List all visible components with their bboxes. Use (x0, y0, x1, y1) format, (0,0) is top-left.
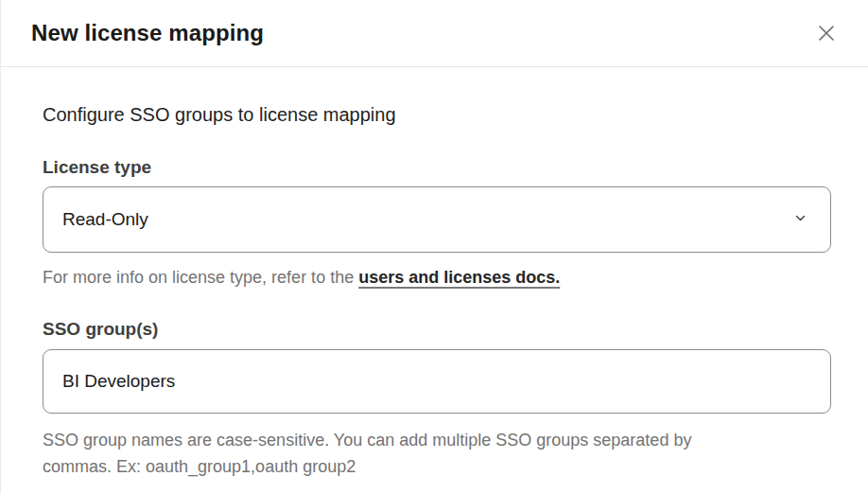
sso-groups-input[interactable] (43, 349, 831, 414)
users-and-licenses-docs-link[interactable]: users and licenses docs. (358, 268, 560, 287)
license-type-select[interactable]: Read-Only (43, 186, 831, 253)
license-helper-text: For more info on license type, refer to … (43, 268, 358, 287)
sso-groups-helper: SSO group names are case-sensitive. You … (43, 427, 752, 480)
new-license-mapping-dialog: New license mapping Configure SSO groups… (0, 0, 868, 494)
form-heading: Configure SSO groups to license mapping (43, 102, 830, 127)
close-button[interactable] (811, 18, 842, 48)
license-type-label: License type (43, 155, 830, 179)
dialog-body: Configure SSO groups to license mapping … (1, 67, 868, 480)
sso-groups-label: SSO group(s) (43, 317, 830, 341)
chevron-down-icon (793, 211, 807, 229)
close-icon (816, 23, 837, 44)
license-type-helper: For more info on license type, refer to … (43, 266, 830, 289)
dialog-title: New license mapping (31, 20, 264, 46)
dialog-header: New license mapping (1, 0, 868, 67)
license-type-selected-value: Read-Only (62, 209, 148, 230)
